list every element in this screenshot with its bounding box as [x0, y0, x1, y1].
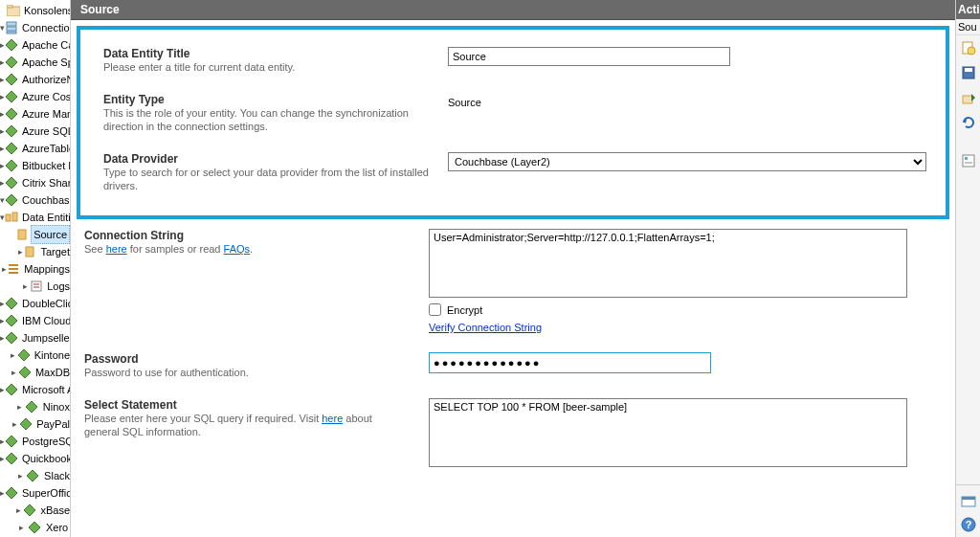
tree-logs[interactable]: ▸ Logs — [0, 278, 70, 295]
connection-icon — [5, 330, 18, 346]
actions-panel: Acti Sou ? — [955, 0, 980, 537]
entity-icon — [15, 227, 29, 242]
data-provider-select[interactable]: Couchbase (Layer2) — [448, 152, 926, 171]
expander-collapsed-icon[interactable]: ▸ — [11, 415, 20, 433]
main-header: Source — [71, 0, 955, 20]
action-new-button[interactable] — [958, 37, 979, 58]
tree-mappings[interactable]: ▸ Mappings — [0, 260, 70, 278]
verify-connection-link[interactable]: Verify Connection String — [429, 322, 542, 333]
tree-connection[interactable]: ▸AzureTables — [0, 140, 70, 157]
expander-collapsed-icon[interactable]: ▸ — [15, 519, 27, 536]
tree-connection[interactable]: ▸Citrix ShareFile — [0, 174, 70, 191]
connection-icon — [5, 72, 18, 87]
tree-connection[interactable]: ▸Microsoft Active Directory — [0, 381, 70, 398]
tree-connection[interactable]: ▸Azure CosmosDB — [0, 88, 70, 105]
password-input[interactable] — [429, 352, 711, 373]
connection-icon — [19, 416, 33, 432]
svg-marker-29 — [19, 367, 31, 378]
action-refresh-button[interactable] — [958, 112, 979, 133]
svg-rect-15 — [6, 214, 11, 221]
tree-connection[interactable]: ▸MaxDB — [0, 364, 70, 381]
tree-connection[interactable]: ▸Kintone — [0, 347, 70, 364]
svg-marker-9 — [6, 108, 17, 120]
connection-icon — [5, 123, 18, 139]
tree-root[interactable]: ▶ Konsolenstamm — [0, 2, 70, 19]
svg-rect-3 — [7, 27, 16, 31]
tree-item-label: Apache Cassandra — [20, 36, 71, 54]
action-save-button[interactable] — [958, 62, 979, 83]
expander-collapsed-icon[interactable]: ▸ — [22, 278, 31, 295]
expander-collapsed-icon[interactable]: ▸ — [14, 398, 25, 415]
cs-here-link[interactable]: here — [106, 243, 127, 255]
expander-collapsed-icon[interactable]: ▸ — [10, 347, 17, 364]
tree-data-entities[interactable]: ▾ Data Entities — [0, 209, 70, 226]
tree-connection[interactable]: ▸Azure SQL — [0, 123, 70, 140]
connection-icon — [5, 55, 18, 70]
svg-rect-49 — [962, 497, 975, 500]
tree-logs-label: Logs — [45, 278, 70, 295]
action-help-button[interactable]: ? — [958, 514, 979, 535]
svg-rect-45 — [963, 155, 974, 167]
expander-collapsed-icon[interactable]: ▸ — [11, 364, 18, 381]
tree-item-label: xBase — [38, 502, 70, 519]
tree-item-label: SuperOffice JSON — [20, 484, 71, 502]
tree-item-label: Microsoft Active Directory — [20, 381, 71, 398]
data-entity-title-input[interactable] — [448, 47, 730, 66]
tree-item-label: MaxDB — [33, 364, 70, 381]
ss-title: Select Statement — [84, 398, 410, 412]
tree-connection[interactable]: ▸Xero — [0, 519, 70, 536]
svg-marker-30 — [6, 384, 17, 395]
tree-connection[interactable]: ▸AuthorizeNet — [0, 71, 70, 88]
folder-icon — [7, 3, 20, 18]
svg-marker-5 — [6, 39, 17, 51]
tree-connection[interactable]: ▸DoubleClick AD Manager — [0, 295, 70, 312]
tree-connection[interactable]: ▸SuperOffice JSON — [0, 484, 70, 502]
tree-connection[interactable]: ▸Azure Management — [0, 105, 70, 123]
connection-icon — [5, 106, 18, 122]
pw-desc: Password to use for authentication. — [84, 366, 410, 379]
tree-connection[interactable]: ▸PostgreSQL — [0, 433, 70, 450]
svg-rect-1 — [7, 5, 12, 8]
select-statement-input[interactable]: SELECT TOP 100 * FROM [beer-sample] — [429, 398, 907, 467]
action-properties-button[interactable] — [958, 150, 979, 171]
tree-connection[interactable]: ▸Quickbooks Online — [0, 450, 70, 467]
connection-string-input[interactable]: User=Administrator;Server=http://127.0.0… — [429, 229, 907, 298]
tree-connection[interactable]: ▸Jumpseller REST — [0, 329, 70, 347]
tree-connection[interactable]: ▸Slack — [0, 467, 70, 484]
tree-connection-manager[interactable]: ▾ Connection Manager — [0, 19, 70, 36]
svg-marker-35 — [27, 470, 38, 481]
tree-connection[interactable]: ▸Ninox — [0, 398, 70, 415]
svg-marker-11 — [6, 143, 17, 154]
tree-target[interactable]: ▸ Target — [0, 243, 70, 260]
tree-item-label: PostgreSQL — [20, 433, 71, 450]
action-view-button[interactable] — [958, 491, 979, 512]
expander-collapsed-icon[interactable]: ▸ — [13, 502, 23, 519]
dp-title: Data Provider — [103, 152, 429, 166]
tree-connection[interactable]: ▸Apache Spark — [0, 54, 70, 71]
cs-faqs-link[interactable]: FAQs — [224, 243, 251, 255]
tree-connection[interactable]: ▸PayPal — [0, 415, 70, 433]
connection-icon — [5, 158, 18, 173]
ss-here-link[interactable]: here — [322, 413, 343, 424]
connection-icon — [5, 175, 18, 190]
encrypt-checkbox[interactable] — [429, 303, 441, 316]
tree-source[interactable]: ▶ Source — [0, 226, 70, 243]
tree-item-label: Xero — [44, 519, 68, 536]
action-export-button[interactable] — [958, 87, 979, 108]
tree-mappings-label: Mappings — [22, 260, 70, 278]
main-panel: Source Data Entity Title Please enter a … — [71, 0, 955, 537]
tree-couchbase[interactable]: ▾ Couchbase — [0, 191, 70, 209]
actions-group-label: Sou — [956, 19, 980, 35]
tree-connection[interactable]: ▸Bitbucket REST — [0, 157, 70, 174]
tree-item-label: Jumpseller REST — [20, 329, 71, 347]
tree-source-label: Source — [31, 225, 70, 244]
tree-connection[interactable]: ▸Apache Cassandra — [0, 36, 70, 54]
expander-collapsed-icon[interactable]: ▸ — [14, 467, 25, 484]
tree-connection[interactable]: ▸IBM Cloudant — [0, 312, 70, 329]
et-title: Entity Type — [103, 93, 429, 106]
svg-marker-34 — [6, 453, 17, 464]
connection-icon — [25, 399, 39, 414]
tree-item-label: Citrix ShareFile — [20, 174, 71, 191]
tree-connection[interactable]: ▸xBase — [0, 502, 70, 519]
svg-marker-36 — [6, 487, 17, 499]
